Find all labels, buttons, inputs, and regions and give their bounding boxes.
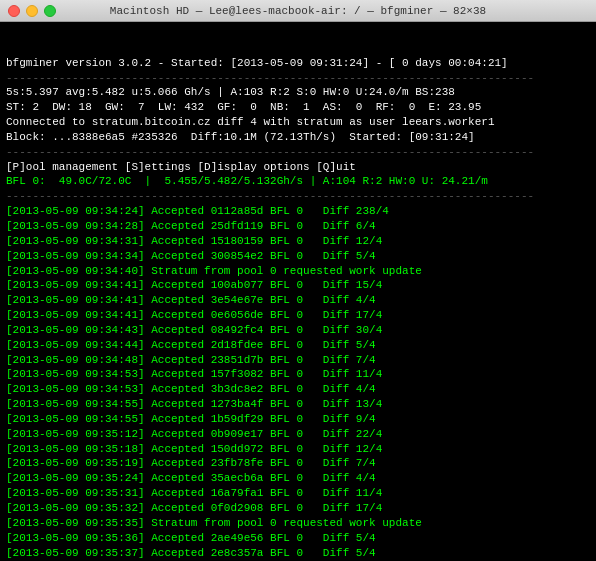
- terminal-line: [2013-05-09 09:34:41] Accepted 100ab077 …: [6, 278, 590, 293]
- terminal-area[interactable]: bfgminer version 3.0.2 - Started: [2013-…: [0, 22, 596, 561]
- maximize-button[interactable]: [44, 5, 56, 17]
- terminal-line: ----------------------------------------…: [6, 145, 590, 160]
- terminal-line: [2013-05-09 09:34:24] Accepted 0112a85d …: [6, 204, 590, 219]
- terminal-line: BFL 0: 49.0C/72.0C | 5.455/5.482/5.132Gh…: [6, 174, 590, 189]
- terminal-line: [2013-05-09 09:34:48] Accepted 23851d7b …: [6, 353, 590, 368]
- terminal-line: Connected to stratum.bitcoin.cz diff 4 w…: [6, 115, 590, 130]
- terminal-line: [2013-05-09 09:35:12] Accepted 0b909e17 …: [6, 427, 590, 442]
- terminal-line: [2013-05-09 09:35:32] Accepted 0f0d2908 …: [6, 501, 590, 516]
- window-title: Macintosh HD — Lee@lees-macbook-air: / —…: [110, 5, 486, 17]
- terminal-line: [2013-05-09 09:34:53] Accepted 157f3082 …: [6, 367, 590, 382]
- terminal-line: [2013-05-09 09:35:31] Accepted 16a79fa1 …: [6, 486, 590, 501]
- terminal-line: bfgminer version 3.0.2 - Started: [2013-…: [6, 56, 590, 71]
- terminal-line: [2013-05-09 09:34:41] Accepted 0e6056de …: [6, 308, 590, 323]
- terminal-line: [2013-05-09 09:35:19] Accepted 23fb78fe …: [6, 456, 590, 471]
- terminal-line: [2013-05-09 09:34:34] Accepted 300854e2 …: [6, 249, 590, 264]
- terminal-line: Block: ...8388e6a5 #235326 Diff:10.1M (7…: [6, 130, 590, 145]
- terminal-line: ST: 2 DW: 18 GW: 7 LW: 432 GF: 0 NB: 1 A…: [6, 100, 590, 115]
- terminal-line: [2013-05-09 09:34:31] Accepted 15180159 …: [6, 234, 590, 249]
- terminal-line: [2013-05-09 09:34:44] Accepted 2d18fdee …: [6, 338, 590, 353]
- minimize-button[interactable]: [26, 5, 38, 17]
- terminal-line: [2013-05-09 09:34:55] Accepted 1b59df29 …: [6, 412, 590, 427]
- terminal-line: [2013-05-09 09:35:24] Accepted 35aecb6a …: [6, 471, 590, 486]
- title-bar: Macintosh HD — Lee@lees-macbook-air: / —…: [0, 0, 596, 22]
- traffic-lights: [8, 5, 56, 17]
- terminal-line: ----------------------------------------…: [6, 71, 590, 86]
- close-button[interactable]: [8, 5, 20, 17]
- window: Macintosh HD — Lee@lees-macbook-air: / —…: [0, 0, 596, 561]
- terminal-line: [2013-05-09 09:35:35] Stratum from pool …: [6, 516, 590, 531]
- terminal-line: [2013-05-09 09:34:53] Accepted 3b3dc8e2 …: [6, 382, 590, 397]
- terminal-line: [P]ool management [S]ettings [D]isplay o…: [6, 160, 590, 175]
- terminal-line: [2013-05-09 09:34:28] Accepted 25dfd119 …: [6, 219, 590, 234]
- terminal-line: [2013-05-09 09:34:41] Accepted 3e54e67e …: [6, 293, 590, 308]
- terminal-line: [2013-05-09 09:35:37] Accepted 2e8c357a …: [6, 546, 590, 561]
- terminal-line: [2013-05-09 09:35:18] Accepted 150dd972 …: [6, 442, 590, 457]
- terminal-line: [2013-05-09 09:34:55] Accepted 1273ba4f …: [6, 397, 590, 412]
- terminal-line: 5s:5.397 avg:5.482 u:5.066 Gh/s | A:103 …: [6, 85, 590, 100]
- terminal-line: [2013-05-09 09:35:36] Accepted 2ae49e56 …: [6, 531, 590, 546]
- terminal-line: [2013-05-09 09:34:40] Stratum from pool …: [6, 264, 590, 279]
- terminal-line: ----------------------------------------…: [6, 189, 590, 204]
- terminal-line: [2013-05-09 09:34:43] Accepted 08492fc4 …: [6, 323, 590, 338]
